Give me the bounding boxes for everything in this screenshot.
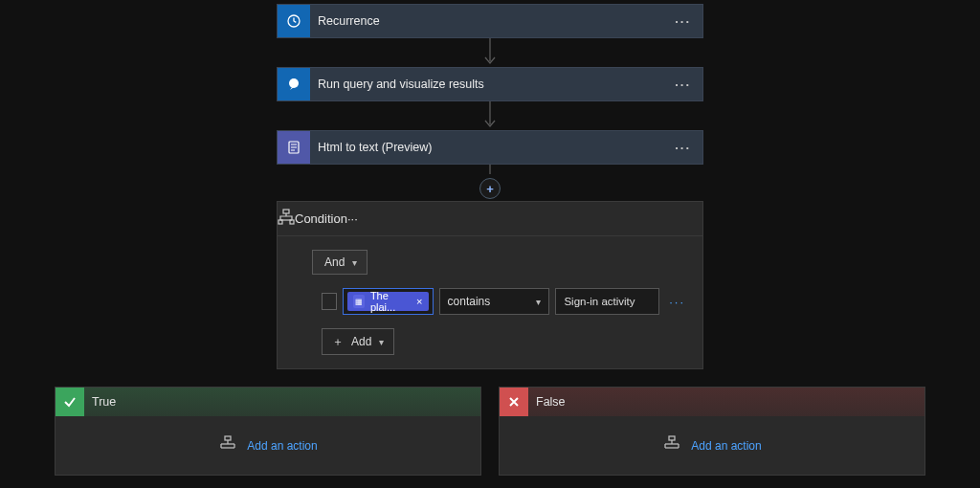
group-operator-dropdown[interactable]: And ▾ — [312, 250, 368, 275]
step-html-to-text[interactable]: Html to text (Preview) ··· — [277, 130, 703, 165]
branch-false-body: Add an action — [500, 416, 924, 475]
step-title: Html to text (Preview) — [310, 141, 663, 154]
connector-arrow — [482, 101, 498, 130]
branch-false: False Add an action — [499, 387, 925, 476]
more-icon[interactable]: ··· — [663, 141, 702, 155]
add-rule-button[interactable]: ＋ Add ▾ — [322, 328, 394, 355]
chevron-down-icon: ▾ — [536, 297, 541, 307]
step-run-query[interactable]: Run query and visualize results ··· — [277, 67, 703, 101]
more-icon[interactable]: ··· — [663, 14, 702, 29]
branch-add-icon — [218, 435, 237, 455]
condition-title: Condition — [295, 211, 347, 226]
connector-arrow — [482, 38, 498, 67]
group-operator-label: And — [324, 255, 345, 269]
document-icon — [278, 131, 310, 164]
chevron-down-icon: ▾ — [379, 337, 384, 347]
token-source-icon: ▦ — [353, 295, 365, 308]
step-title: Run query and visualize results — [310, 78, 663, 91]
rule-left-operand[interactable]: ▦ The plai... × — [343, 288, 433, 315]
branch-true-body: Add an action — [56, 416, 480, 475]
rule-value: Sign-in activity — [564, 296, 635, 307]
clock-icon — [278, 5, 310, 37]
condition-body: And ▾ ▦ The plai... × contains ▾ — [278, 236, 702, 368]
condition-branches: True Add an action False — [55, 387, 925, 476]
add-label: Add — [351, 335, 371, 348]
more-icon[interactable]: ··· — [663, 78, 702, 92]
add-action-label: Add an action — [247, 439, 317, 453]
connector-arrow — [482, 165, 498, 176]
add-action-label: Add an action — [691, 439, 761, 453]
step-title: Recurrence — [310, 14, 663, 28]
plus-icon: ＋ — [332, 334, 344, 350]
condition-header[interactable]: Condition ··· — [278, 202, 702, 236]
chevron-down-icon: ▾ — [352, 257, 357, 268]
insert-step-button[interactable]: + — [479, 178, 501, 199]
remove-token-button[interactable]: × — [414, 296, 422, 307]
condition-rule-row: ▦ The plai... × contains ▾ Sign-in activ… — [322, 288, 689, 315]
svg-rect-3 — [283, 210, 289, 213]
close-icon — [500, 388, 528, 416]
more-icon[interactable]: ··· — [347, 211, 358, 226]
branch-true-label: True — [84, 395, 116, 409]
flow-canvas: Recurrence ··· Run query and visualize r… — [0, 0, 980, 488]
add-action-true[interactable]: Add an action — [218, 435, 317, 455]
condition-icon — [278, 209, 295, 229]
connector-with-insert: + — [479, 165, 501, 201]
rule-checkbox[interactable] — [322, 293, 337, 310]
svg-rect-7 — [669, 436, 675, 440]
branch-add-icon — [662, 435, 681, 455]
dynamic-token: ▦ The plai... × — [347, 292, 428, 311]
svg-rect-6 — [225, 436, 231, 440]
rule-more-button[interactable]: ··· — [665, 295, 689, 309]
svg-rect-5 — [290, 220, 294, 224]
rule-value-input[interactable]: Sign-in activity — [555, 288, 659, 315]
add-action-false[interactable]: Add an action — [662, 435, 761, 455]
svg-point-1 — [289, 78, 299, 88]
check-icon — [56, 388, 84, 416]
chat-bubble-icon — [278, 68, 310, 100]
rule-operator-dropdown[interactable]: contains ▾ — [439, 288, 550, 315]
step-recurrence[interactable]: Recurrence ··· — [277, 4, 703, 38]
branch-true: True Add an action — [55, 387, 481, 476]
step-condition: Condition ··· And ▾ ▦ The plai... × con — [277, 201, 703, 369]
token-label: The plai... — [370, 290, 409, 313]
operator-label: contains — [448, 295, 491, 308]
branch-true-header[interactable]: True — [56, 388, 480, 416]
svg-rect-4 — [278, 220, 282, 224]
branch-false-header[interactable]: False — [500, 388, 924, 416]
branch-false-label: False — [528, 395, 566, 409]
